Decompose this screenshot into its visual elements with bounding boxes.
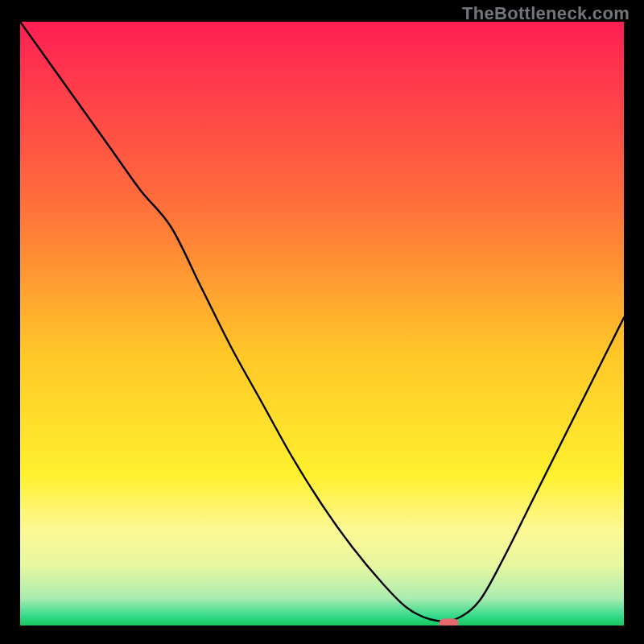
gradient-background bbox=[20, 22, 624, 625]
plot-area bbox=[20, 22, 624, 625]
chart-frame: TheBottleneck.com bbox=[0, 0, 644, 644]
optimal-marker bbox=[440, 619, 459, 626]
chart-svg bbox=[20, 22, 624, 625]
